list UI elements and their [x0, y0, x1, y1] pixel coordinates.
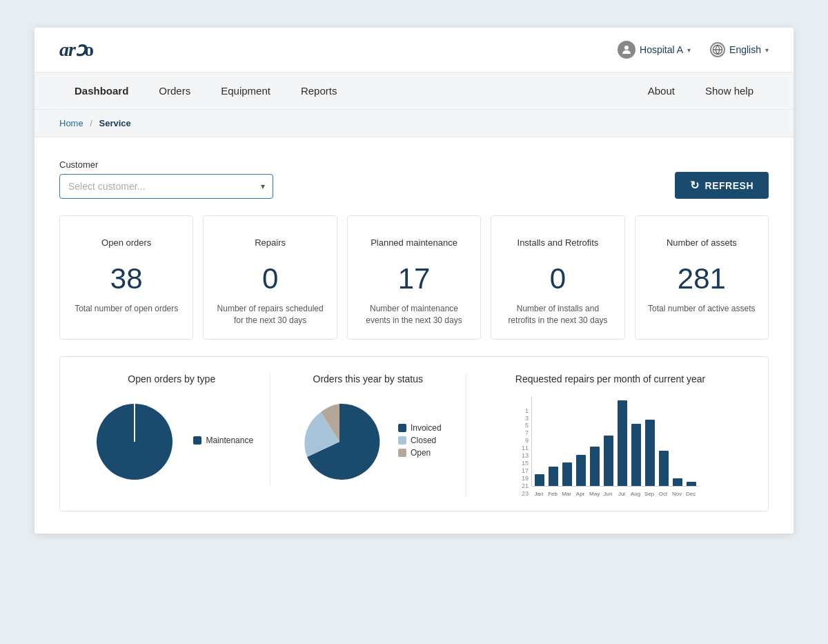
bar-column	[549, 467, 558, 486]
bar	[576, 455, 586, 486]
nav-item-equipment[interactable]: Equipment	[206, 72, 286, 109]
bar-month-label: Aug	[631, 491, 640, 497]
kpi-repairs: Repairs 0 Number of repairs scheduled fo…	[203, 215, 337, 340]
y-axis-label: 7	[522, 429, 529, 436]
nav-item-orders[interactable]: Orders	[144, 72, 206, 109]
kpi-title-3: Installs and Retrofits	[502, 231, 613, 255]
kpi-desc-3: Number of installs and retrofits in the …	[502, 303, 613, 326]
bar-month-label: Feb	[548, 491, 558, 497]
bar-column	[535, 474, 544, 486]
kpi-value-2: 17	[359, 264, 469, 293]
breadcrumb: Home / Service	[34, 110, 793, 137]
user-avatar-icon	[618, 41, 635, 59]
bar	[618, 400, 627, 486]
bar-month-label: Jul	[617, 491, 627, 497]
bar-month-label: Sep	[644, 491, 654, 497]
pie1-svg	[90, 397, 179, 487]
hospital-name: Hospital A	[640, 44, 683, 55]
kpi-open-orders: Open orders 38 Total number of open orde…	[59, 215, 193, 340]
kpi-desc-4: Total number of active assets	[647, 303, 757, 315]
legend-item-maintenance: Maintenance	[193, 436, 253, 445]
bar-column	[645, 420, 655, 486]
y-axis-label: 23	[522, 490, 529, 497]
kpi-value-1: 0	[215, 264, 325, 293]
legend-item-invoiced: Invoiced	[398, 423, 442, 433]
kpi-value-3: 0	[502, 264, 613, 293]
y-axis-label: 3	[522, 415, 529, 422]
kpi-number-assets: Number of assets 281 Total number of act…	[635, 215, 769, 340]
nav-bar: Dashboard Orders Equipment Reports About…	[34, 72, 793, 110]
bar-column	[590, 447, 600, 486]
bar-month-label: Jun	[603, 491, 613, 497]
svg-point-0	[624, 46, 629, 50]
y-axis-label: 17	[522, 467, 529, 474]
x-axis-labels: JanFebMarAprMayJunJulAugSepOctNovDec	[531, 489, 699, 497]
legend-label-maintenance: Maintenance	[206, 436, 253, 445]
chart-orders-status: Orders this year by status Invoiced	[270, 373, 466, 487]
bar-month-label: Mar	[562, 491, 571, 497]
bar-month-label: Jan	[534, 491, 544, 497]
legend-dot-closed	[398, 436, 406, 445]
nav-left: Dashboard Orders Equipment Reports	[59, 72, 633, 109]
bar-month-label: May	[589, 491, 599, 497]
customer-select-wrap: Select customer... ▾	[59, 174, 273, 199]
nav-item-dashboard[interactable]: Dashboard	[59, 72, 144, 109]
pie1-container: Maintenance	[90, 397, 253, 487]
header-language[interactable]: English ▾	[710, 42, 769, 57]
bar	[590, 447, 600, 486]
charts-section: Open orders by type Maintenance	[59, 356, 769, 511]
pie2-legend: Invoiced Closed Open	[398, 423, 442, 460]
bar	[687, 482, 696, 486]
breadcrumb-current: Service	[99, 118, 131, 128]
legend-item-open: Open	[398, 448, 442, 458]
y-axis-label: 11	[522, 445, 529, 451]
y-axis-label: 13	[522, 452, 529, 459]
legend-label-open: Open	[411, 448, 431, 458]
bar	[645, 420, 655, 486]
kpi-desc-1: Number of repairs scheduled for the next…	[215, 303, 325, 326]
legend-label-invoiced: Invoiced	[411, 423, 442, 433]
nav-right: About Show help	[633, 72, 769, 109]
pie1-legend: Maintenance	[193, 436, 253, 448]
customer-label: Customer	[59, 159, 273, 170]
kpi-planned-maintenance: Planned maintenance 17 Number of mainten…	[347, 215, 481, 340]
header-user[interactable]: Hospital A ▾	[618, 41, 691, 59]
header-right: Hospital A ▾ English ▾	[618, 41, 769, 59]
nav-item-showhelp[interactable]: Show help	[690, 72, 769, 109]
legend-label-closed: Closed	[411, 436, 436, 445]
bar	[562, 462, 572, 486]
bars-wrap	[531, 397, 699, 487]
refresh-icon: ↻	[690, 179, 700, 192]
kpi-value-4: 281	[647, 264, 757, 293]
breadcrumb-home[interactable]: Home	[59, 118, 83, 128]
customer-field-group: Customer Select customer... ▾	[59, 159, 273, 199]
kpi-title-0: Open orders	[71, 231, 181, 255]
bar-column	[618, 400, 627, 486]
bar-chart-y-axis: 2321191715131197531	[522, 407, 531, 497]
bar-column	[631, 424, 641, 486]
language-label: English	[729, 44, 761, 55]
chart-title-3: Requested repairs per month of current y…	[515, 373, 705, 384]
legend-dot-maintenance	[193, 436, 201, 445]
language-chevron-icon: ▾	[765, 46, 769, 54]
kpi-value-0: 38	[71, 264, 181, 293]
chart-repairs-month: Requested repairs per month of current y…	[466, 373, 754, 497]
kpi-title-4: Number of assets	[647, 231, 757, 255]
nav-item-about[interactable]: About	[633, 72, 690, 109]
chart-title-2: Orders this year by status	[313, 373, 424, 384]
y-axis-label: 21	[522, 482, 529, 489]
customer-select[interactable]: Select customer...	[59, 174, 273, 199]
chart-title-1: Open orders by type	[128, 373, 215, 384]
bar-chart-layout: 2321191715131197531 JanFebMarAprMayJunJu…	[522, 397, 699, 497]
bar-column	[576, 455, 586, 486]
kpi-title-2: Planned maintenance	[359, 231, 469, 255]
kpi-desc-2: Number of maintenance events in the next…	[359, 303, 469, 326]
globe-icon	[710, 42, 725, 57]
pie2-container: Invoiced Closed Open	[295, 397, 442, 487]
nav-item-reports[interactable]: Reports	[286, 72, 353, 109]
refresh-button[interactable]: ↻ REFRESH	[675, 172, 769, 199]
bar	[673, 478, 682, 486]
breadcrumb-separator: /	[90, 118, 92, 128]
bar-month-label: Apr	[575, 491, 585, 497]
bar-column	[562, 462, 572, 486]
